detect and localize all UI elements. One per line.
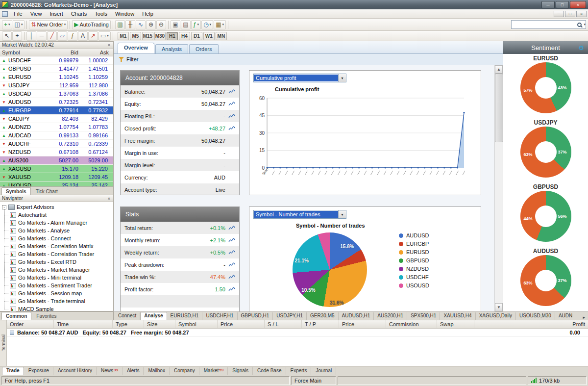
periods-button[interactable]: ◷▾ bbox=[201, 20, 213, 29]
market-watch-row[interactable]: ▲USDCAD1.370631.37086 bbox=[0, 90, 113, 98]
search-caret-icon[interactable]: ▾ bbox=[584, 23, 586, 26]
filter-label[interactable]: Filter bbox=[126, 56, 138, 62]
zoom-in-button[interactable]: ⊕ bbox=[146, 20, 156, 29]
chevron-down-icon[interactable]: ▼ bbox=[338, 74, 346, 82]
channel-tool[interactable]: ▱ bbox=[57, 31, 67, 41]
market-watch-tab-symbols[interactable]: Symbols bbox=[1, 187, 31, 195]
market-watch-row[interactable]: ▲AUDCAD0.991330.99166 bbox=[0, 131, 113, 140]
timeframe-h4[interactable]: H4 bbox=[179, 32, 190, 40]
navigator-item[interactable]: Go Markets - Analyse bbox=[0, 227, 113, 234]
terminal-column-price[interactable]: Price bbox=[218, 320, 265, 328]
arrow-tool[interactable]: ↗ bbox=[88, 31, 98, 41]
market-watch-close-icon[interactable]: × bbox=[107, 43, 111, 48]
terminal-column-type[interactable]: Type bbox=[113, 320, 144, 328]
terminal-tab-market[interactable]: Market59 bbox=[200, 367, 228, 375]
status-server[interactable]: Forex Main bbox=[291, 376, 336, 385]
new-chart-button[interactable]: +▾ bbox=[2, 20, 12, 29]
navigator-item[interactable]: Go Markets - Correlation Trader bbox=[0, 250, 113, 258]
shapes-tool[interactable]: ▭▾ bbox=[98, 31, 111, 41]
market-watch-row[interactable]: ▼AUDCHF0.723100.72339 bbox=[0, 140, 113, 148]
pie-selector-combo[interactable]: Symbol - Number of trades ▼ bbox=[253, 210, 346, 219]
timeframe-mn[interactable]: MN bbox=[216, 32, 227, 40]
chart-tab-audn[interactable]: AUDN bbox=[555, 312, 576, 320]
market-watch-row[interactable]: ▲EURGBP0.779140.77932 bbox=[0, 106, 113, 115]
new-order-button[interactable]: ⇅New Order▾ bbox=[29, 20, 68, 29]
menu-charts[interactable]: Charts bbox=[67, 10, 91, 18]
navigator-item[interactable]: MACD Sample bbox=[0, 305, 113, 312]
terminal-column-swap[interactable]: Swap bbox=[437, 320, 474, 328]
market-watch-row[interactable]: ▼USDJPY112.959112.980 bbox=[0, 81, 113, 90]
scroll-down-arrow[interactable]: ▼ bbox=[495, 303, 503, 311]
navigator-item[interactable]: Go Markets - Mini terminal bbox=[0, 274, 113, 282]
navigator-item[interactable]: Go Markets - Sentiment Trader bbox=[0, 282, 113, 289]
market-watch-row[interactable]: ▲AUS2005027.005029.00 bbox=[0, 156, 113, 165]
gear-icon[interactable]: ⚙ bbox=[578, 44, 584, 51]
terminal-column-size[interactable]: Size bbox=[144, 320, 175, 328]
terminal-column-price[interactable]: Price bbox=[339, 320, 386, 328]
terminal-column-time[interactable]: Time bbox=[54, 320, 113, 328]
menu-tools[interactable]: Tools bbox=[91, 10, 111, 18]
tab-overview[interactable]: Overview bbox=[118, 43, 154, 53]
mdi-minimize-button[interactable]: ─ bbox=[554, 11, 564, 17]
market-watch-tab-tick-chart[interactable]: Tick Chart bbox=[31, 187, 62, 195]
restore-button[interactable]: □ bbox=[556, 1, 569, 8]
market-watch-row[interactable]: ▼AUDUSD0.723250.72341 bbox=[0, 98, 113, 106]
chart-tabs-scroll-right-icon[interactable]: ▸ bbox=[581, 315, 587, 320]
close-button[interactable]: × bbox=[570, 1, 586, 8]
terminal-tab-journal[interactable]: Journal bbox=[312, 367, 336, 375]
chart-tab-xagusd-daily[interactable]: XAGUSD,Daily bbox=[476, 312, 516, 320]
line-chart-button[interactable]: ∿ bbox=[136, 20, 146, 29]
navigator-item[interactable]: Go Markets - Trade terminal bbox=[0, 297, 113, 305]
mini-chart-icon[interactable] bbox=[228, 101, 235, 106]
menu-file[interactable]: File bbox=[10, 10, 26, 18]
templates-button[interactable]: ▦▾ bbox=[214, 20, 226, 29]
navigator-close-icon[interactable]: × bbox=[107, 196, 111, 201]
terminal-column-profit[interactable]: Profit bbox=[474, 320, 588, 328]
timeframe-w1[interactable]: W1 bbox=[203, 32, 215, 40]
chart-tab-usdchf-h1[interactable]: USDCHF,H1 bbox=[202, 312, 237, 320]
mini-chart-icon[interactable] bbox=[228, 113, 235, 119]
market-watch-row[interactable]: ▲EURUSD1.102451.10259 bbox=[0, 73, 113, 81]
chart-tab-analyse[interactable]: Analyse bbox=[140, 312, 167, 320]
market-watch-row[interactable]: ▲GBPUSD1.414771.41501 bbox=[0, 65, 113, 73]
chart-selector-combo[interactable]: Cumulative profit ▼ bbox=[253, 74, 346, 82]
mini-chart-icon[interactable] bbox=[228, 262, 235, 267]
mdi-document-icon[interactable] bbox=[2, 11, 8, 17]
terminal-tab-mailbox[interactable]: Mailbox bbox=[144, 367, 169, 375]
terminal-tab-trade[interactable]: Trade bbox=[2, 367, 24, 375]
navigator-item[interactable]: Go Markets - Alarm Manager bbox=[0, 219, 113, 227]
tab-orders[interactable]: Orders bbox=[189, 44, 219, 53]
tab-analysis[interactable]: Analysis bbox=[155, 44, 188, 53]
terminal-tab-alerts[interactable]: Alerts bbox=[123, 367, 144, 375]
menu-view[interactable]: View bbox=[26, 10, 46, 18]
filter-icon[interactable] bbox=[119, 57, 124, 62]
navigator-item[interactable]: Go Markets - Connect bbox=[0, 234, 113, 242]
terminal-tab-code-base[interactable]: Code Base bbox=[253, 367, 286, 375]
navigator-item[interactable]: Go Markets - Session map bbox=[0, 289, 113, 297]
timeframe-m15[interactable]: M15 bbox=[142, 32, 153, 40]
timeframe-h1[interactable]: H1 bbox=[167, 32, 178, 40]
market-watch-row[interactable]: ▲AUDNZD1.077541.07783 bbox=[0, 123, 113, 131]
navigator-item[interactable]: Autochartist bbox=[0, 211, 113, 219]
text-tool[interactable]: A bbox=[78, 31, 88, 41]
mdi-close-button[interactable]: × bbox=[576, 11, 587, 17]
market-watch-row[interactable]: ▼CADJPY82.40382.429 bbox=[0, 115, 113, 123]
search-input[interactable] bbox=[512, 21, 575, 28]
zoom-out-button[interactable]: ⊖ bbox=[156, 20, 166, 29]
menu-insert[interactable]: Insert bbox=[46, 10, 67, 18]
column-symbol[interactable]: Symbol bbox=[0, 50, 45, 55]
chart-tab-gbpusd-h1[interactable]: GBPUSD,H1 bbox=[238, 312, 273, 320]
timeframe-m30[interactable]: M30 bbox=[154, 32, 166, 40]
search-icon[interactable] bbox=[577, 23, 582, 27]
timeframe-m5[interactable]: M5 bbox=[130, 32, 141, 40]
navigator-item[interactable]: Go Markets - Excel RTD bbox=[0, 258, 113, 266]
terminal-side-tab[interactable]: Terminal bbox=[0, 320, 7, 366]
terminal-column-order[interactable]: Order bbox=[7, 320, 54, 328]
cascade-windows-button[interactable]: ▣ bbox=[171, 20, 180, 29]
bar-chart-button[interactable]: ▥ bbox=[115, 20, 125, 29]
timeframe-d1[interactable]: D1 bbox=[191, 32, 202, 40]
chart-tab-aus200-h1[interactable]: AUS200,H1 bbox=[374, 312, 407, 320]
timeframe-m1[interactable]: M1 bbox=[118, 32, 129, 40]
mini-chart-icon[interactable] bbox=[228, 274, 235, 280]
chart-tab-audusd-h1[interactable]: AUDUSD,H1 bbox=[339, 312, 374, 320]
